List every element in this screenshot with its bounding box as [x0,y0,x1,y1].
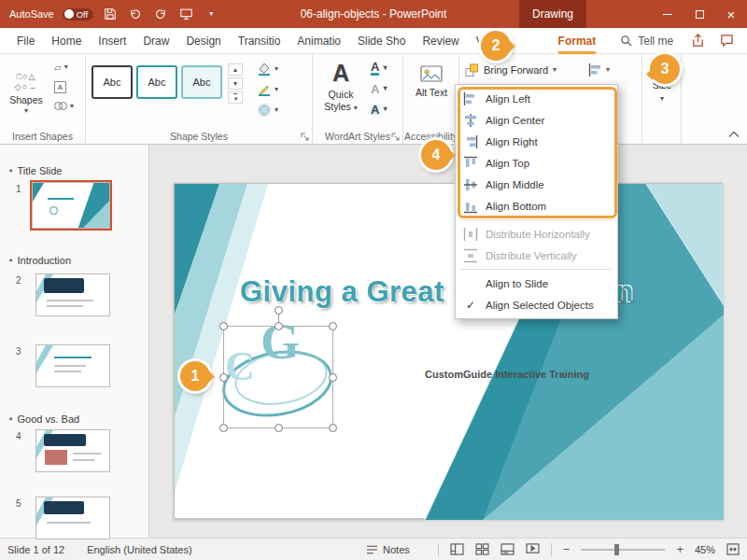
quick-access-chevron-icon[interactable]: ▾ [203,6,219,22]
drawing-tools-tab[interactable]: Drawing [519,0,586,28]
resize-handle-sw[interactable] [219,424,228,432]
section-introduction[interactable]: ▾ Introduction [9,255,71,266]
resize-handle-se[interactable] [329,424,337,432]
align-left-icon [463,91,478,106]
menu-item-align-bottom[interactable]: Align Bottom [456,195,617,217]
close-button[interactable]: × [715,0,747,28]
slide-canvas[interactable]: Giving a Great Presentation CustomGuide … [174,183,723,519]
text-effects-icon: A [371,104,379,116]
slide-thumbnail-2[interactable] [35,273,110,316]
normal-view-icon[interactable] [450,543,464,555]
align-objects-button[interactable]: ▾ [588,61,610,79]
menu-item-label: Align Middle [486,179,544,190]
shapes-button[interactable]: □○△◇○→ Shapes ▾ [3,58,49,129]
group-label-shape-styles: Shape Styles [86,131,312,142]
text-outline-button[interactable]: A▾ [371,81,387,96]
tab-review[interactable]: Review [422,28,458,54]
tab-design[interactable]: Design [186,28,220,54]
tab-transitions[interactable]: Transitio [238,28,281,54]
shape-outline-button[interactable]: ▾ [258,82,278,96]
tab-file[interactable]: File [17,28,35,54]
slide-sorter-view-icon[interactable] [475,543,489,555]
share-icon[interactable] [691,34,705,48]
section-title-slide[interactable]: ▾ Title Slide [9,165,62,176]
group-shape-styles: Abc Abc Abc ▲ ▼ ▾ ▾ ▾ ▾ [86,54,313,144]
selected-logo-object[interactable]: G C [219,313,341,436]
menu-item-align-selected-objects[interactable]: ✓ Align Selected Objects [456,294,617,315]
resize-handle-e[interactable] [329,373,337,382]
gallery-up-button[interactable]: ▲ [228,63,243,76]
alt-text-button[interactable]: Alt Text [411,59,452,133]
merge-shapes-button[interactable]: ▾ [54,99,74,114]
section-good-vs-bad[interactable]: ▾ Good vs. Bad [9,413,79,425]
fit-slide-to-window-icon[interactable] [726,543,740,555]
slide-thumbnail-5[interactable] [35,497,110,539]
shape-style-chip-1[interactable]: Abc [92,65,133,99]
tab-animations[interactable]: Animatio [297,28,341,54]
zoom-slider-knob[interactable] [614,544,619,555]
maximize-button[interactable] [684,0,715,28]
dialog-launcher-icon[interactable] [301,133,309,141]
tab-home[interactable]: Home [51,28,81,54]
menu-item-align-top[interactable]: Align Top [456,152,617,174]
text-fill-button[interactable]: A▾ [371,61,387,76]
comments-icon[interactable] [720,34,734,48]
shape-style-chip-2[interactable]: Abc [136,65,177,99]
dialog-launcher-icon[interactable] [391,133,400,141]
gallery-more-button[interactable]: ▾ [228,91,243,104]
menu-item-label: Distribute Vertically [486,250,577,261]
slide-thumbnail-3[interactable] [35,344,110,387]
autosave-toggle[interactable]: Off [63,8,94,21]
slide-counter[interactable]: Slide 1 of 12 [7,544,64,555]
rotate-handle[interactable] [275,306,283,315]
tell-me-box[interactable]: Tell me [620,35,673,48]
menu-item-align-left[interactable]: Align Left [456,88,617,109]
tab-draw[interactable]: Draw [143,28,169,54]
start-slideshow-icon[interactable] [177,6,194,22]
shape-fill-button[interactable]: ▾ [258,62,278,76]
thumb-art [44,434,86,446]
divider [551,543,552,556]
gallery-down-button[interactable]: ▼ [228,77,243,90]
zoom-out-button[interactable]: − [563,543,571,555]
wordart-quick-styles-button[interactable]: A Quick Styles ▾ [317,58,365,133]
checkmark-icon: ✓ [463,298,478,313]
language-indicator[interactable]: English (United States) [87,544,192,555]
zoom-slider[interactable] [581,549,665,551]
reading-view-icon[interactable] [500,543,514,555]
resize-handle-nw[interactable] [219,322,228,330]
notes-button[interactable]: Notes [366,544,410,555]
shape-outline-icon [258,83,271,96]
redo-icon[interactable] [152,6,169,22]
slide-thumbnail-1[interactable] [32,182,110,229]
shape-effects-button[interactable]: ▾ [258,103,278,117]
slide-credit-text[interactable]: CustomGuide Interactive Training [425,369,589,380]
menu-item-align-center[interactable]: Align Center [456,109,617,131]
wordart-big-a-icon: A [332,62,349,85]
shape-style-chip-3[interactable]: Abc [181,65,222,99]
tab-format[interactable]: Format [558,28,597,54]
tab-insert[interactable]: Insert [98,28,126,54]
save-icon[interactable] [102,6,119,22]
text-box-button[interactable]: A [54,79,74,94]
edit-shape-button[interactable]: ▱▾ [54,60,74,75]
slide-thumbnail-4[interactable] [35,429,110,472]
slideshow-view-icon[interactable] [526,543,540,555]
tab-slideshow[interactable]: Slide Sho [358,28,405,54]
collapse-ribbon-icon[interactable] [728,131,740,138]
resize-handle-w[interactable] [219,373,228,382]
resize-handle-n[interactable] [275,322,283,330]
minimize-button[interactable] [652,0,684,28]
resize-handle-s[interactable] [275,424,283,432]
ribbon-tab-row: File Home Insert Draw Design Transitio A… [0,28,747,54]
undo-icon[interactable] [127,6,144,22]
resize-handle-ne[interactable] [329,322,337,330]
menu-item-align-middle[interactable]: Align Middle [456,174,617,195]
text-effects-button[interactable]: A▾ [371,102,387,117]
zoom-in-button[interactable]: + [676,543,684,555]
zoom-level[interactable]: 45% [695,544,715,555]
menu-item-align-to-slide[interactable]: Align to Slide [456,273,617,294]
bring-forward-button[interactable]: Bring Forward ▾ [465,61,557,79]
menu-item-align-right[interactable]: Align Right [456,131,617,152]
group-label-insert-shapes: Insert Shapes [0,131,85,142]
